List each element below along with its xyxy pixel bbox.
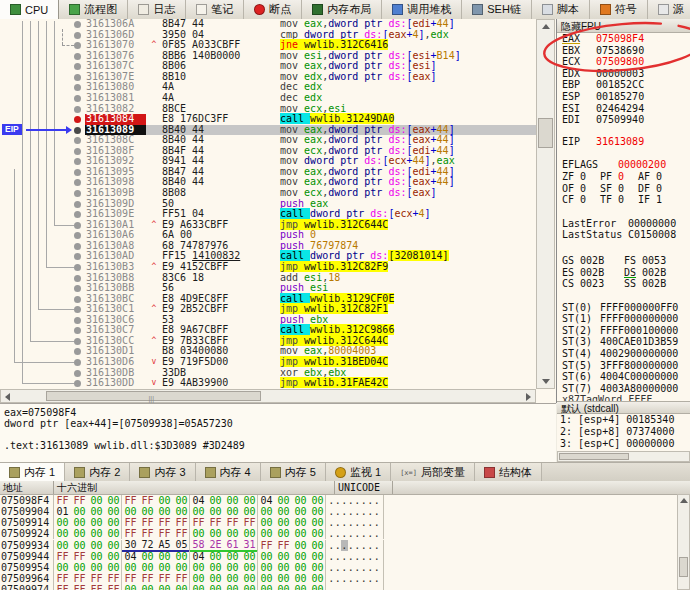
flag-af[interactable]: AF 0	[638, 171, 676, 183]
disasm-row[interactable]: 3161307E8B10mov edx,dword ptr ds:[eax]	[0, 72, 536, 83]
disasm-row[interactable]: 31613084E8 176DC3FFcall wwlib.31249DA0	[0, 114, 536, 125]
segment-ds[interactable]: DS 002B	[624, 267, 686, 279]
dump-row[interactable]: 0750991400000000FFFFFFFFFFFFFFFF00000000…	[0, 517, 690, 528]
dump-row[interactable]: 0750990401000000000000000000000000000000…	[0, 506, 690, 517]
breakpoint-dot[interactable]	[74, 158, 81, 165]
dump-row[interactable]: 07509964FFFFFFFFFFFFFFFF0000000000000000…	[0, 573, 690, 584]
disasm-row[interactable]: 316130BB56push esi	[0, 283, 536, 294]
scroll-thumb[interactable]	[538, 118, 553, 148]
disasm-row[interactable]: 3161309B8B08mov ecx,dword ptr ds:[eax]	[0, 188, 536, 199]
disasm-row[interactable]: 316130768BB6 140B0000mov esi,dword ptr d…	[0, 51, 536, 62]
disasm-row[interactable]: 316130D6vE9 719F5D00jmp wwlib.31BED04C	[0, 357, 536, 368]
register-row-eip[interactable]: EIP31613089	[562, 136, 690, 148]
registers-hscrollbar[interactable]	[557, 451, 690, 462]
dump-row[interactable]: 07509974FFFFFFFF000000000000000000000000…	[0, 584, 690, 590]
scroll-up-arrow[interactable]	[680, 498, 688, 503]
breakpoint-dot[interactable]	[74, 42, 81, 49]
dump-row[interactable]: 0750992400000000FFFFFFFF0000000000000000…	[0, 528, 690, 539]
disasm-row[interactable]: 3161307C8B06mov eax,dword ptr ds:[esi]	[0, 61, 536, 72]
breakpoint-dot[interactable]	[74, 306, 81, 313]
breakpoint-dot[interactable]	[74, 179, 81, 186]
disasm-row[interactable]: 3161308F8B4F 44mov ecx,dword ptr ds:[edi…	[0, 146, 536, 157]
breakpoint-dot[interactable]	[74, 275, 81, 282]
flag-cf[interactable]: CF 0	[562, 194, 600, 206]
breakpoint-dot[interactable]	[74, 106, 81, 113]
fpu-st-row[interactable]: ST(6)4004C00000000	[562, 371, 690, 383]
breakpoint-dot[interactable]	[74, 21, 81, 28]
disasm-row[interactable]: 316130D1B8 03400080mov eax,80004003	[0, 346, 536, 357]
scroll-down-arrow[interactable]	[542, 379, 550, 384]
calling-convention-header[interactable]: 默认 (stdcall)	[557, 401, 690, 414]
scroll-thumb[interactable]	[559, 453, 629, 460]
breakpoint-dot[interactable]	[74, 296, 81, 303]
disasm-row[interactable]: 316130A868 74787976push 76797874	[0, 241, 536, 252]
breakpoint-dot[interactable]	[74, 95, 81, 102]
stack-arg-row[interactable]: 3: [esp+C] 00000000	[560, 438, 690, 450]
fpu-st-row[interactable]: ST(2)FFFF000100000	[562, 325, 690, 337]
flag-df[interactable]: DF 0	[638, 183, 676, 195]
flag-zf[interactable]: ZF 0	[562, 171, 600, 183]
tab-source[interactable]: 源	[648, 0, 690, 19]
register-row-esi[interactable]: ESI02464294	[562, 103, 690, 115]
tab-log[interactable]: 日志	[128, 0, 186, 19]
breakpoint-dot[interactable]	[74, 116, 81, 123]
segment-fs[interactable]: FS 0053	[624, 255, 686, 267]
breakpoint-dot[interactable]	[74, 53, 81, 60]
breakpoint-dot[interactable]	[74, 380, 81, 387]
disasm-row[interactable]: 316130A66A 00push 0	[0, 230, 536, 241]
scroll-right-arrow[interactable]	[526, 393, 531, 401]
flag-tf[interactable]: TF 0	[600, 194, 638, 206]
register-row-eax[interactable]: EAX075098F4	[562, 33, 690, 45]
breakpoint-dot[interactable]	[74, 222, 81, 229]
dump-row[interactable]: 07509944FFFF0000040000000400000000000000…	[0, 551, 690, 562]
breakpoint-dot[interactable]	[74, 285, 81, 292]
flag-sf[interactable]: SF 0	[600, 183, 638, 195]
breakpoint-dot[interactable]	[74, 84, 81, 91]
dock-tab-结构体[interactable]: 结构体	[475, 463, 542, 482]
stack-arg-row[interactable]: 1: [esp+4] 00185340	[560, 414, 690, 426]
hide-fpu-header[interactable]: 隐藏FPU	[557, 19, 690, 33]
dock-tab-监视-1[interactable]: 监视 1	[326, 463, 391, 482]
disasm-row[interactable]: 316130A1^E9 A633CBFFjmp wwlib.312C644C	[0, 220, 536, 231]
dock-tab-内存-2[interactable]: 内存 2	[65, 463, 130, 482]
breakpoint-dot[interactable]	[74, 169, 81, 176]
breakpoint-dot[interactable]	[74, 370, 81, 377]
flag-pf[interactable]: PF 0	[600, 171, 638, 183]
tab-call-stack[interactable]: 调用堆栈	[382, 0, 462, 19]
breakpoint-dot[interactable]	[74, 190, 81, 197]
flag-if[interactable]: IF 1	[638, 194, 676, 206]
scroll-up-arrow[interactable]	[542, 24, 550, 29]
tab-notes[interactable]: 笔记	[186, 0, 244, 19]
register-row-edi[interactable]: EDI07509940	[562, 114, 690, 126]
disasm-row[interactable]: 316130B3^E9 4152CBFFjmp wwlib.312C82F9	[0, 262, 536, 273]
tab-cpu[interactable]: CPU	[0, 0, 59, 19]
fpu-st-row[interactable]: ST(1)FFFF000000000	[562, 313, 690, 325]
disasm-row[interactable]: 3161308C8B40 44mov eax,dword ptr ds:[eax…	[0, 135, 536, 146]
disasm-row[interactable]: 3161309D50push eax	[0, 199, 536, 210]
disasm-row[interactable]: 316130928941 44mov dword ptr ds:[ecx+44]…	[0, 156, 536, 167]
disasm-row[interactable]: 316130804Adec edx	[0, 82, 536, 93]
stack-arg-row[interactable]: 2: [esp+8] 07374000	[560, 426, 690, 438]
breakpoint-dot[interactable]	[74, 232, 81, 239]
breakpoint-dot[interactable]	[74, 63, 81, 70]
breakpoint-dot[interactable]	[74, 201, 81, 208]
disassembly-vscrollbar[interactable]	[536, 19, 555, 389]
breakpoint-dot[interactable]	[74, 211, 81, 218]
fpu-st-row[interactable]: ST(5)3FFF800000000	[562, 360, 690, 372]
disasm-row[interactable]: 316130814Adec edx	[0, 93, 536, 104]
segment-ss[interactable]: SS 002B	[624, 278, 686, 290]
breakpoint-dot[interactable]	[74, 253, 81, 260]
disasm-row[interactable]: 316130C1^E9 2B52CBFFjmp wwlib.312C82F1	[0, 304, 536, 315]
fpu-st-row[interactable]: ST(7)4003A80000000	[562, 383, 690, 395]
disasm-row[interactable]: 316130CC^E9 7B33CBFFjmp wwlib.312C644C	[0, 336, 536, 347]
register-row-esp[interactable]: ESP00185270	[562, 91, 690, 103]
disasm-row[interactable]: 316130828BCEmov ecx,esi	[0, 104, 536, 115]
disasm-row[interactable]: 3161306D3950 04cmp dword ptr ds:[eax+4],…	[0, 30, 536, 41]
breakpoint-dot[interactable]	[74, 264, 81, 271]
segment-cs[interactable]: CS 0023	[562, 278, 624, 290]
dump-vscrollbar[interactable]	[677, 494, 690, 590]
register-row-edx[interactable]: EDX00000003	[562, 68, 690, 80]
dock-tab-内存-5[interactable]: 内存 5	[261, 463, 326, 482]
tab-memory-map[interactable]: 内存布局	[302, 0, 382, 19]
dump-row[interactable]: 0750995400000000000000000000000000000000…	[0, 562, 690, 573]
